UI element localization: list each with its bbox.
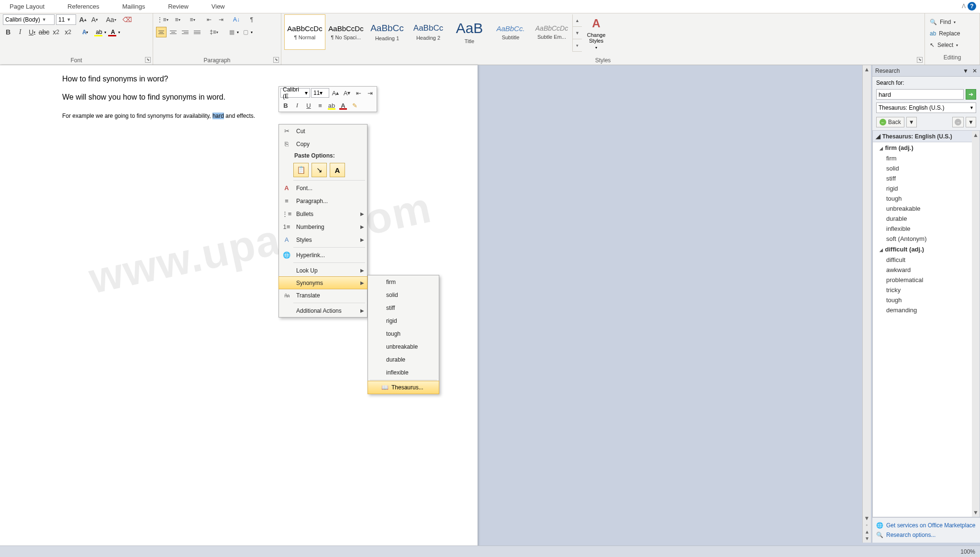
result-problematical[interactable]: problematical bbox=[873, 275, 980, 285]
mini-bold[interactable]: B bbox=[280, 101, 291, 110]
result-tough[interactable]: tough bbox=[873, 295, 980, 305]
styles-scroll[interactable]: ▲▼▾ bbox=[572, 14, 582, 52]
style--normal[interactable]: AaBbCcDc¶ Normal bbox=[284, 14, 325, 50]
borders-button[interactable]: ▢▾ bbox=[239, 27, 252, 37]
mini-font-combo[interactable]: Calibri (E▾ bbox=[280, 88, 310, 98]
result-difficult[interactable]: difficult bbox=[873, 255, 980, 265]
style-heading-[interactable]: AaBbCcHeading 2 bbox=[408, 14, 449, 50]
style-subtle-em-[interactable]: AaBbCcDcSubtle Em... bbox=[531, 14, 572, 50]
increase-indent-button[interactable]: ⇥ bbox=[216, 14, 226, 25]
synonym-solid[interactable]: solid bbox=[368, 288, 439, 301]
sort-button[interactable]: A↓ bbox=[231, 14, 242, 25]
select-button[interactable]: ↖Select ▾ bbox=[928, 39, 977, 51]
find-button[interactable]: 🔍Find ▾ bbox=[928, 16, 977, 28]
underline-button[interactable]: U▾ bbox=[27, 27, 37, 37]
research-go-button[interactable]: ➔ bbox=[966, 89, 976, 100]
synonym-firm[interactable]: firm bbox=[368, 275, 439, 288]
replace-button[interactable]: abReplace bbox=[928, 28, 977, 39]
research-search-input[interactable] bbox=[876, 89, 964, 100]
research-forward-button[interactable]: → bbox=[952, 117, 964, 127]
tab-mailings[interactable]: Mailings bbox=[122, 3, 145, 10]
research-forward-dropdown[interactable]: ▼ bbox=[966, 117, 976, 127]
align-right-button[interactable] bbox=[180, 27, 190, 37]
paste-keep-source[interactable]: 📋 bbox=[293, 163, 309, 177]
italic-button[interactable]: I bbox=[15, 27, 25, 37]
result-durable[interactable]: durable bbox=[873, 214, 980, 224]
grow-font-icon[interactable]: A▴ bbox=[78, 14, 88, 25]
style-heading-[interactable]: AaBbCcHeading 1 bbox=[367, 14, 408, 50]
font-color-button[interactable]: A▾ bbox=[107, 27, 119, 37]
minimize-ribbon-icon[interactable]: ᐱ bbox=[962, 3, 966, 10]
mini-center[interactable]: ≡ bbox=[315, 101, 325, 110]
result-awkward[interactable]: awkward bbox=[873, 265, 980, 275]
subscript-button[interactable]: x2 bbox=[51, 27, 61, 37]
research-dropdown-icon[interactable]: ▼ bbox=[963, 68, 969, 74]
ctx-cut[interactable]: ✂Cut bbox=[279, 125, 367, 137]
result-stiff[interactable]: stiff bbox=[873, 173, 980, 183]
mini-shrink-font[interactable]: A▾ bbox=[342, 88, 352, 98]
result-inflexible[interactable]: inflexible bbox=[873, 224, 980, 234]
font-size-combo[interactable]: 11▼ bbox=[56, 14, 76, 25]
mini-grow-font[interactable]: A▴ bbox=[330, 88, 341, 98]
style-title[interactable]: AaBTitle bbox=[449, 14, 490, 50]
text-effects-button[interactable]: A▾ bbox=[79, 27, 91, 37]
ctx-synonyms[interactable]: Synonyms▶ bbox=[278, 276, 368, 289]
zoom-level[interactable]: 100% bbox=[960, 548, 975, 555]
styles-dialog-launcher[interactable]: ⬊ bbox=[917, 57, 923, 63]
paste-merge[interactable]: ↘ bbox=[312, 163, 327, 177]
synonym-inflexible[interactable]: inflexible bbox=[368, 366, 439, 379]
ctx-font[interactable]: AFont... bbox=[279, 182, 367, 194]
mini-size-combo[interactable]: 11▾ bbox=[311, 88, 329, 98]
synonym-stiff[interactable]: stiff bbox=[368, 301, 439, 314]
result-group-firm[interactable]: firm (adj.) bbox=[873, 142, 980, 153]
result-tough[interactable]: tough bbox=[873, 193, 980, 204]
line-spacing-button[interactable]: ‡≡▾ bbox=[207, 27, 221, 37]
research-source-select[interactable]: Thesaurus: English (U.S.)▼ bbox=[876, 102, 976, 113]
synonym-tough[interactable]: tough bbox=[368, 327, 439, 340]
tab-view[interactable]: View bbox=[212, 3, 225, 10]
highlight-color-button[interactable]: ab▾ bbox=[93, 27, 105, 37]
style-subtitle[interactable]: AaBbCc.Subtitle bbox=[490, 14, 531, 50]
help-icon[interactable]: ? bbox=[968, 2, 976, 11]
paragraph-dialog-launcher[interactable]: ⬊ bbox=[273, 57, 279, 63]
research-marketplace-link[interactable]: 🌐Get services on Office Marketplace bbox=[876, 521, 976, 530]
ctx-hyperlink[interactable]: 🌐Hyperlink... bbox=[279, 249, 367, 261]
style--no-spaci-[interactable]: AaBbCcDc¶ No Spaci... bbox=[325, 14, 367, 50]
mini-highlight[interactable]: ab bbox=[326, 101, 337, 110]
research-options-link[interactable]: 🔍Research options... bbox=[876, 530, 976, 540]
research-back-dropdown[interactable]: ▼ bbox=[906, 117, 917, 127]
ctx-styles[interactable]: AStyles▶ bbox=[279, 233, 367, 246]
ctx-additional-actions[interactable]: Additional Actions▶ bbox=[279, 304, 367, 317]
ctx-bullets[interactable]: ⋮≡Bullets▶ bbox=[279, 207, 367, 220]
tab-page-layout[interactable]: Page Layout bbox=[10, 3, 45, 10]
superscript-button[interactable]: x2 bbox=[63, 27, 73, 37]
paste-text-only[interactable]: A bbox=[330, 163, 345, 177]
mini-dec-indent[interactable]: ⇤ bbox=[353, 88, 364, 98]
mini-italic[interactable]: I bbox=[292, 101, 302, 110]
result-group-difficult[interactable]: difficult (adj.) bbox=[873, 244, 980, 255]
align-center-button[interactable] bbox=[168, 27, 178, 37]
vertical-scrollbar[interactable]: ▲▼◦▴▾ bbox=[862, 65, 871, 543]
change-case-icon[interactable]: Aa▾ bbox=[106, 14, 116, 25]
results-header[interactable]: ◢ Thesaurus: English (U.S.) bbox=[873, 131, 980, 142]
mini-underline[interactable]: U bbox=[303, 101, 314, 110]
tab-references[interactable]: References bbox=[67, 3, 99, 10]
strikethrough-button[interactable]: abc bbox=[39, 27, 49, 37]
align-left-button[interactable] bbox=[156, 27, 167, 37]
result-soft-Antonym-[interactable]: soft (Antonym) bbox=[873, 234, 980, 244]
styles-gallery[interactable]: AaBbCcDc¶ NormalAaBbCcDc¶ No Spaci...AaB… bbox=[284, 14, 572, 50]
result-tricky[interactable]: tricky bbox=[873, 285, 980, 295]
ctx-copy[interactable]: ⎘Copy bbox=[279, 137, 367, 150]
synonym-rigid[interactable]: rigid bbox=[368, 314, 439, 327]
change-styles-button[interactable]: A Change Styles ▾ bbox=[582, 14, 611, 52]
ctx-paragraph[interactable]: ≡Paragraph... bbox=[279, 194, 367, 207]
results-scrollbar[interactable]: ▲▼ bbox=[972, 131, 980, 517]
result-rigid[interactable]: rigid bbox=[873, 183, 980, 193]
mini-inc-indent[interactable]: ⇥ bbox=[365, 88, 375, 98]
shrink-font-icon[interactable]: A▾ bbox=[89, 14, 100, 25]
font-dialog-launcher[interactable]: ⬊ bbox=[145, 57, 151, 63]
research-back-button[interactable]: ←Back bbox=[876, 117, 904, 127]
result-firm[interactable]: firm bbox=[873, 153, 980, 163]
ctx-translate[interactable]: 🗛Translate bbox=[279, 289, 367, 302]
result-unbreakable[interactable]: unbreakable bbox=[873, 204, 980, 214]
